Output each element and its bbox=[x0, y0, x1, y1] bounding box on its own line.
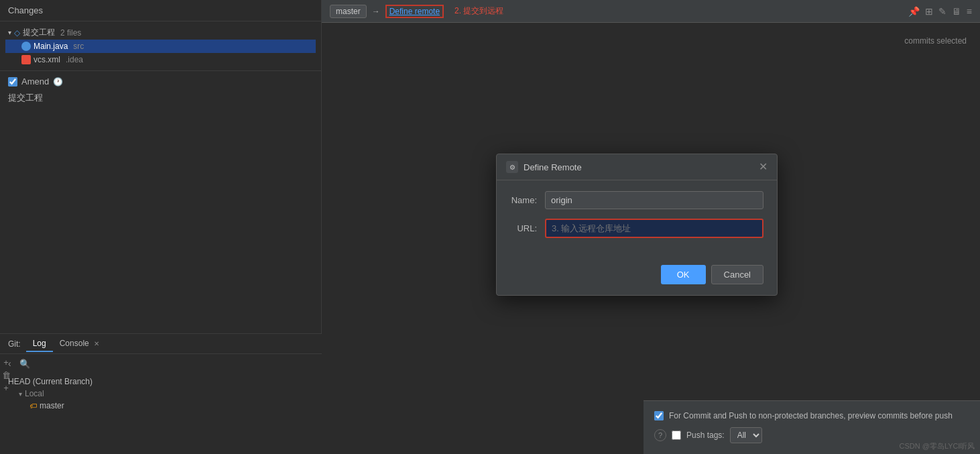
grid-icon[interactable]: ⊞ bbox=[925, 6, 933, 17]
amend-row: Amend 🕐 bbox=[8, 76, 313, 87]
right-panel: master → Define remote 2. 提交到远程 📌 ⊞ ✎ 🖥 … bbox=[322, 0, 980, 454]
url-label: URL: bbox=[510, 223, 537, 233]
push-preview-checkbox[interactable] bbox=[654, 411, 664, 420]
window-icon[interactable]: 🖥 bbox=[952, 6, 961, 17]
url-field: URL: bbox=[510, 219, 763, 238]
sidebar-add-button[interactable]: + bbox=[1, 358, 11, 367]
tab-log[interactable]: Log bbox=[26, 336, 53, 352]
push-tags-checkbox[interactable] bbox=[672, 431, 681, 440]
sidebar-delete-button[interactable]: 🗑 bbox=[1, 371, 11, 380]
xml-icon bbox=[21, 55, 31, 64]
git-log-content: HEAD (Current Branch) ▾ Local 🏷 master bbox=[0, 373, 322, 414]
commits-selected-text: commits selected bbox=[904, 36, 967, 46]
clock-icon: 🕐 bbox=[53, 77, 63, 87]
define-remote-dialog: ⚙ Define Remote ✕ Name: URL: OK Cancel bbox=[496, 154, 778, 296]
search-button[interactable]: 🔍 bbox=[17, 357, 33, 370]
arrow-icon: → bbox=[372, 7, 380, 16]
java-icon bbox=[21, 42, 31, 51]
changes-header: Changes bbox=[0, 0, 321, 21]
sidebar-expand-button[interactable]: + bbox=[1, 384, 11, 392]
dialog-body: Name: URL: bbox=[497, 180, 777, 258]
left-panel: Changes ▾ ◇ 提交工程 2 files Main.java src v… bbox=[0, 0, 322, 454]
ok-button[interactable]: OK bbox=[661, 265, 706, 284]
push-option-row: For Commit and Push to non-protected bra… bbox=[654, 411, 980, 420]
git-label: Git: bbox=[8, 339, 21, 349]
cancel-dialog-button[interactable]: Cancel bbox=[711, 265, 763, 284]
name-input[interactable] bbox=[545, 191, 763, 209]
git-local-row: ▾ Local bbox=[8, 388, 314, 400]
file-tree: ▾ ◇ 提交工程 2 files Main.java src vcs.xml .… bbox=[0, 21, 321, 70]
name-field: Name: bbox=[510, 191, 763, 209]
git-log-toolbar: ‹ 🔍 bbox=[0, 354, 322, 373]
watermark: CSDN @零岛LYCl听风 bbox=[900, 441, 975, 451]
edit-icon[interactable]: ✎ bbox=[938, 6, 946, 17]
tree-group-header: ▾ ◇ 提交工程 2 files bbox=[5, 25, 316, 40]
diff-area: commits selected ⚙ Define Remote ✕ Name:… bbox=[322, 23, 980, 454]
help-icon[interactable]: ? bbox=[654, 429, 666, 441]
menu-icon[interactable]: ≡ bbox=[967, 6, 972, 17]
tab-close-icon[interactable]: ✕ bbox=[94, 340, 99, 347]
file-main-java[interactable]: Main.java src bbox=[5, 40, 316, 53]
dialog-footer: OK Cancel bbox=[497, 258, 777, 295]
sidebar-action-buttons: + 🗑 + bbox=[0, 355, 12, 395]
url-input[interactable] bbox=[545, 219, 763, 238]
name-label: Name: bbox=[510, 195, 537, 205]
define-remote-link[interactable]: Define remote bbox=[385, 5, 444, 18]
annotation-2-text: 2. 提交到远程 bbox=[454, 5, 503, 17]
dialog-title-bar: ⚙ Define Remote ✕ bbox=[497, 154, 777, 180]
git-master-row: 🏷 master bbox=[8, 400, 314, 412]
dialog-title: Define Remote bbox=[524, 162, 753, 172]
dialog-app-icon: ⚙ bbox=[506, 161, 518, 173]
tab-console[interactable]: Console ✕ bbox=[53, 336, 106, 352]
git-tabs: Git: Log Console ✕ bbox=[0, 334, 322, 354]
git-log-panel: Git: Log Console ✕ ‹ 🔍 HEAD (Current Bra… bbox=[0, 333, 322, 454]
git-icon: ◇ bbox=[14, 28, 20, 38]
branch-badge: master bbox=[330, 5, 367, 18]
dialog-close-button[interactable]: ✕ bbox=[759, 162, 768, 172]
chevron-icon: ▾ bbox=[19, 390, 22, 398]
branch-icon: 🏷 bbox=[29, 402, 37, 410]
pin-icon[interactable]: 📌 bbox=[908, 6, 920, 17]
push-tags-select[interactable]: All bbox=[730, 427, 762, 443]
file-vcs-xml[interactable]: vcs.xml .idea bbox=[5, 53, 316, 66]
chevron-down-icon: ▾ bbox=[8, 29, 11, 36]
top-bar-right: 📌 ⊞ ✎ 🖥 ≡ bbox=[908, 6, 972, 17]
push-tags-label: Push tags: bbox=[686, 431, 725, 440]
tree-group: ▾ ◇ 提交工程 2 files Main.java src vcs.xml .… bbox=[0, 24, 321, 68]
push-preview-label: For Commit and Push to non-protected bra… bbox=[669, 411, 953, 420]
top-bar: master → Define remote 2. 提交到远程 📌 ⊞ ✎ 🖥 … bbox=[322, 0, 980, 23]
amend-checkbox[interactable] bbox=[8, 77, 17, 87]
git-head-row: HEAD (Current Branch) bbox=[8, 376, 314, 388]
